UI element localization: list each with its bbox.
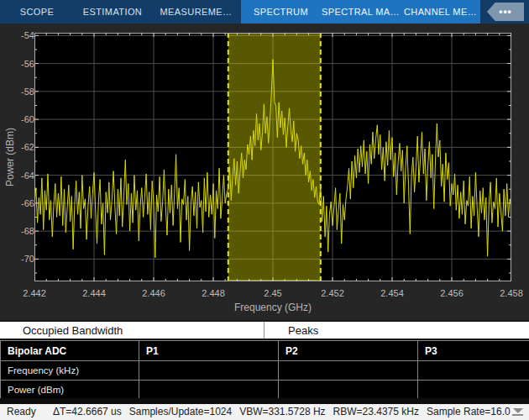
peaks-header: Peaks xyxy=(264,322,529,339)
status-readout: ΔT=42.6667 us xyxy=(53,406,122,417)
y-tick-label: -70 xyxy=(4,254,34,264)
tab-overflow-area: ••• xyxy=(480,0,529,24)
tab-channel-me-[interactable]: CHANNEL ME… xyxy=(401,0,480,24)
spectrum-analyzer-window: SCOPEESTIMATIONMEASUREME… SPECTRUMSPECTR… xyxy=(0,0,529,420)
peak-column-header: P2 xyxy=(279,341,418,361)
value-cell xyxy=(279,361,418,381)
measurements-header-row: Occupied Bandwidth Peaks xyxy=(0,320,529,340)
x-tick-label: 2.454 xyxy=(367,288,417,298)
y-axis-title: Power (dBm) xyxy=(4,94,16,220)
row-label: Frequency (kHz) xyxy=(1,361,139,381)
x-tick-label: 2.444 xyxy=(69,288,119,298)
peak-column-header: P3 xyxy=(418,341,529,361)
x-tick-label: 2.448 xyxy=(188,288,238,298)
measurements-table: Bipolar ADCP1P2P3Frequency (kHz)Power (d… xyxy=(0,340,529,400)
value-cell xyxy=(418,361,529,381)
occupied-bandwidth-header: Occupied Bandwidth xyxy=(0,322,264,339)
x-axis-title: Frequency (GHz) xyxy=(189,302,357,313)
plot-area[interactable] xyxy=(34,33,511,281)
panel-divider xyxy=(0,398,529,404)
tab-estimation[interactable]: ESTIMATION xyxy=(74,0,151,24)
table-row: Power (dBm) xyxy=(1,381,529,400)
tab-measureme-[interactable]: MEASUREME… xyxy=(151,0,241,24)
status-bar: Ready ΔT=42.6667 usSamples/Update=1024VB… xyxy=(0,404,529,420)
value-cell xyxy=(139,381,279,400)
status-readout: VBW=331.5728 Hz xyxy=(239,406,325,417)
status-measurement-readouts: ΔT=42.6667 usSamples/Update=1024VBW=331.… xyxy=(53,406,511,417)
y-tick-label: -56 xyxy=(4,59,34,69)
x-tick-label: 2.442 xyxy=(9,288,60,298)
spectrum-chart xyxy=(34,33,511,281)
status-text: Ready xyxy=(7,406,36,417)
signal-name-cell: Bipolar ADC xyxy=(1,341,139,361)
status-readout: RBW=23.4375 kHz xyxy=(333,406,419,417)
x-tick-label: 2.456 xyxy=(427,288,477,298)
y-tick-label: -68 xyxy=(4,226,34,236)
active-tab-group: SPECTRUMSPECTRAL MA…CHANNEL ME… xyxy=(241,0,480,24)
toolstrip-tab-bar: SCOPEESTIMATIONMEASUREME… SPECTRUMSPECTR… xyxy=(0,0,529,24)
tab-scope[interactable]: SCOPE xyxy=(0,0,74,24)
value-cell xyxy=(279,381,418,400)
x-tick-label: 2.452 xyxy=(307,288,358,298)
table-header-row: Bipolar ADCP1P2P3 xyxy=(1,341,529,361)
tab-spectral-ma-[interactable]: SPECTRAL MA… xyxy=(321,0,401,24)
peak-column-header: P1 xyxy=(139,341,279,361)
tab-spectrum[interactable]: SPECTRUM xyxy=(241,0,321,24)
x-tick-label: 2.446 xyxy=(128,288,179,298)
x-tick-label: 2.458 xyxy=(486,288,529,298)
measurements-panel: Occupied Bandwidth Peaks Bipolar ADCP1P2… xyxy=(0,320,529,400)
x-tick-label: 2.45 xyxy=(248,288,298,298)
row-label: Power (dBm) xyxy=(1,381,139,400)
status-readout: Samples/Update=1024 xyxy=(129,406,232,417)
value-cell xyxy=(139,361,279,381)
tab-overflow-button[interactable]: ••• xyxy=(487,3,524,21)
inactive-tab-group: SCOPEESTIMATIONMEASUREME… xyxy=(0,0,241,24)
status-readout: Sample Rate=16.0 xyxy=(427,406,511,417)
spectrum-plot-panel: -54-56-58-60-62-64-66-68-70 2.4422.4442.… xyxy=(0,24,529,320)
value-cell xyxy=(418,381,529,400)
dock-down-icon[interactable] xyxy=(512,408,523,416)
table-row: Frequency (kHz) xyxy=(1,361,529,381)
y-tick-label: -54 xyxy=(4,30,34,40)
